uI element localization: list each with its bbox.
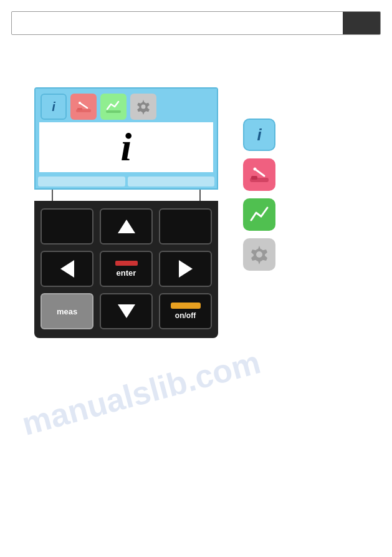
right-icons-panel: i [243,119,275,271]
svg-line-2 [80,103,87,108]
svg-point-12 [256,251,262,258]
meas-label: meas [57,307,77,316]
settings-icon [135,99,151,115]
arrow-right-icon [179,260,193,278]
svg-rect-1 [77,108,82,110]
arrow-left-icon [60,260,74,278]
meas-icon [75,98,92,115]
arrow-up-icon [118,220,135,233]
svg-rect-8 [251,176,257,180]
display-icon-meas[interactable] [70,94,97,120]
watermark: manualslib.com [18,343,264,443]
svg-rect-4 [106,110,121,113]
svg-line-9 [255,169,264,176]
enter-label: enter [117,268,136,278]
display-icon-settings[interactable] [130,94,156,120]
key-onoff[interactable]: on/off [159,293,212,329]
key-blank-top-left[interactable] [41,208,93,245]
key-blank-top-right[interactable] [159,208,212,245]
svg-point-10 [254,168,257,171]
svg-point-6 [141,105,146,109]
display-screen: i [34,87,218,190]
display-icon-info[interactable]: i [41,94,67,120]
onoff-accent [171,303,201,309]
display-main-symbol: i [121,124,132,170]
connector-left [52,190,53,201]
key-arrow-right[interactable] [159,251,212,287]
display-header: i [36,89,217,122]
enter-accent-red [115,261,138,266]
top-bar [11,11,381,35]
display-footer-btn-right[interactable] [128,177,215,186]
display-footer [36,175,217,188]
key-arrow-left[interactable] [41,251,93,287]
right-icon-meas[interactable] [243,158,275,191]
info-letter: i [52,100,55,114]
trend-icon [105,98,122,115]
display-icon-trend[interactable] [100,94,127,120]
key-arrow-down[interactable] [100,293,153,329]
right-settings-icon [249,244,270,265]
right-icon-info[interactable]: i [243,119,275,151]
arrow-down-icon [118,304,135,318]
right-meas-icon [249,164,270,185]
right-icon-settings[interactable] [243,238,275,271]
connector-right [199,190,201,201]
key-meas[interactable]: meas [41,293,93,329]
onoff-label: on/off [175,311,196,320]
right-icon-trend[interactable] [243,198,275,231]
display-content: i [39,122,213,172]
key-enter[interactable]: enter [100,251,153,287]
display-footer-btn-left[interactable] [38,177,125,186]
device-container: i [34,87,218,338]
key-arrow-up[interactable] [100,208,153,245]
svg-point-3 [79,102,81,104]
top-bar-dark-end [343,12,380,34]
keypad: enter meas on/off [34,201,218,338]
right-trend-icon [249,204,270,225]
right-info-letter: i [257,125,261,145]
connector-area [34,190,218,201]
